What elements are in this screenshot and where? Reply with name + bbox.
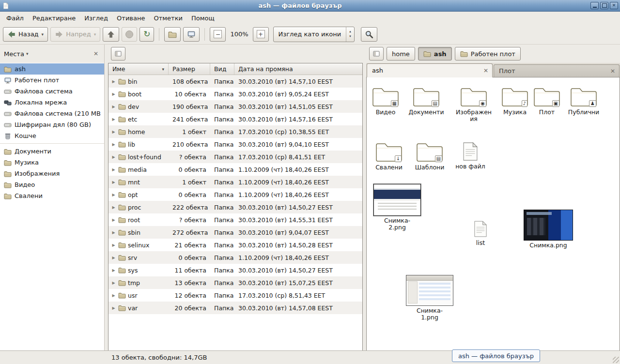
view-mode-select[interactable]: Изглед като икони ▴▾ bbox=[273, 27, 355, 42]
table-row[interactable]: ▶ etc 241 обекта Папка 30.03.2010 (вт) 1… bbox=[108, 113, 362, 125]
pane-splitter[interactable] bbox=[105, 45, 108, 350]
titlebar[interactable]: ash — файлов браузър ✕ bbox=[0, 0, 620, 12]
menu-edit[interactable]: Редактиране bbox=[28, 13, 80, 23]
table-row[interactable]: ▶ boot 10 обекта Папка 30.03.2010 (вт) 9… bbox=[108, 88, 362, 100]
zoom-out-button[interactable]: − bbox=[210, 27, 226, 42]
expander-icon[interactable]: ▶ bbox=[111, 193, 116, 197]
back-button[interactable]: Назад ▾ bbox=[3, 27, 48, 42]
sidebar-close-button[interactable]: ✕ bbox=[92, 50, 100, 58]
tab-close-icon[interactable]: ✕ bbox=[481, 67, 490, 75]
table-row[interactable]: ▶ opt 0 обекта Папка 1.10.2009 (чт) 18,4… bbox=[108, 188, 362, 201]
file-item-documents[interactable]: ▤ Документи bbox=[407, 84, 445, 116]
column-header-size[interactable]: Размер bbox=[169, 63, 210, 75]
pathbar-root-button[interactable] bbox=[111, 47, 125, 61]
pathbar-item-ash[interactable]: ash bbox=[418, 47, 452, 61]
column-header-name[interactable]: Име ▾ bbox=[108, 63, 169, 75]
table-row[interactable]: ▶ var 20 обекта Папка 30.03.2010 (вт) 14… bbox=[108, 302, 362, 314]
pathbar-item-home[interactable]: home bbox=[387, 47, 415, 61]
table-row[interactable]: ▶ root ? обекта Папка 30.03.2010 (вт) 14… bbox=[108, 213, 362, 226]
forward-button[interactable]: Напред ▾ bbox=[50, 27, 100, 42]
sidebar-item[interactable]: Шифриран дял (80 GB) bbox=[0, 119, 104, 130]
file-item-snimka1[interactable]: Снимка-1.png bbox=[405, 275, 454, 321]
table-row[interactable]: ▶ usr 12 обекта Папка 17.03.2010 (ср) 8,… bbox=[108, 289, 362, 302]
menu-go[interactable]: Отиване bbox=[112, 13, 149, 23]
maximize-button[interactable] bbox=[600, 2, 608, 9]
table-row[interactable]: ▶ tmp 13 обекта Папка 30.03.2010 (вт) 15… bbox=[108, 276, 362, 289]
sidebar-item[interactable]: Изображения bbox=[0, 168, 104, 179]
minimize-button[interactable] bbox=[590, 2, 599, 9]
expander-icon[interactable]: ▶ bbox=[111, 230, 116, 235]
zoom-in-button[interactable]: + bbox=[253, 27, 269, 42]
tab-ash[interactable]: ash ✕ bbox=[367, 63, 493, 77]
sidebar-item[interactable] bbox=[0, 141, 104, 146]
sidebar-item[interactable]: Музика bbox=[0, 157, 104, 168]
home-button[interactable] bbox=[164, 27, 181, 42]
reload-button[interactable]: ↻ bbox=[140, 27, 154, 42]
menu-view[interactable]: Изглед bbox=[80, 13, 112, 23]
pathbar-item-desktop[interactable]: Работен плот bbox=[455, 47, 521, 61]
table-row[interactable]: ▶ bin 108 обекта Папка 30.03.2010 (вт) 1… bbox=[108, 75, 362, 88]
table-row[interactable]: ▶ home 1 обект Папка 17.03.2010 (ср) 10,… bbox=[108, 125, 362, 138]
file-item-music[interactable]: ♪ Музика bbox=[496, 84, 533, 116]
tab-close-icon[interactable]: ✕ bbox=[608, 67, 617, 75]
expander-icon[interactable]: ▶ bbox=[111, 142, 116, 147]
file-item-list[interactable]: list bbox=[465, 215, 496, 246]
file-item-templates[interactable]: ▤ Шаблони bbox=[411, 139, 449, 171]
sidebar-item[interactable]: Свалени bbox=[0, 190, 104, 201]
sidebar-item[interactable]: Кошче bbox=[0, 130, 104, 141]
expander-icon[interactable]: ▶ bbox=[111, 167, 116, 172]
pathbar-root-button[interactable] bbox=[369, 47, 384, 61]
expander-icon[interactable]: ▶ bbox=[111, 117, 116, 121]
sidebar-item[interactable]: Файлова система (210 MB) bbox=[0, 108, 104, 119]
expander-icon[interactable]: ▶ bbox=[111, 130, 116, 134]
table-row[interactable]: ▶ selinux 21 обекта Папка 30.03.2010 (вт… bbox=[108, 239, 362, 251]
table-row[interactable]: ▶ sbin 272 обекта Папка 30.03.2010 (вт) … bbox=[108, 226, 362, 239]
resize-grip[interactable] bbox=[613, 357, 619, 363]
expander-icon[interactable]: ▶ bbox=[111, 243, 116, 247]
table-row[interactable]: ▶ dev 190 обекта Папка 30.03.2010 (вт) 1… bbox=[108, 100, 362, 113]
up-button[interactable] bbox=[103, 27, 119, 42]
expander-icon[interactable]: ▶ bbox=[111, 180, 116, 184]
sidebar-item[interactable]: Локална мрежа bbox=[0, 97, 104, 108]
table-row[interactable]: ▶ lib 210 обекта Папка 30.03.2010 (вт) 9… bbox=[108, 138, 362, 151]
tab-plot[interactable]: Плот ✕ bbox=[494, 64, 620, 77]
expander-icon[interactable]: ▶ bbox=[111, 155, 116, 159]
file-item-snimka[interactable]: Снимка.png bbox=[523, 210, 574, 249]
expander-icon[interactable]: ▶ bbox=[111, 268, 116, 273]
sidebar-item[interactable]: Видео bbox=[0, 179, 104, 190]
sidebar-item[interactable]: Файлова система bbox=[0, 86, 104, 97]
menu-file[interactable]: Файл bbox=[2, 13, 28, 23]
expander-icon[interactable]: ▶ bbox=[111, 281, 116, 285]
sidebar-title[interactable]: Места bbox=[4, 50, 24, 58]
search-button[interactable] bbox=[361, 27, 377, 42]
file-item-pictures[interactable]: ◉ Изображения bbox=[454, 84, 494, 123]
expander-icon[interactable]: ▶ bbox=[111, 205, 116, 210]
expander-icon[interactable]: ▶ bbox=[111, 92, 116, 96]
expander-icon[interactable]: ▶ bbox=[111, 256, 116, 260]
column-header-date[interactable]: Дата на промяна bbox=[234, 63, 362, 75]
menu-bookmarks[interactable]: Отметки bbox=[149, 13, 186, 23]
close-button[interactable]: ✕ bbox=[610, 2, 618, 9]
table-row[interactable]: ▶ mnt 1 обект Папка 1.10.2009 (чт) 18,40… bbox=[108, 176, 362, 188]
expander-icon[interactable]: ▶ bbox=[111, 293, 116, 298]
sidebar-item[interactable]: Документи bbox=[0, 146, 104, 157]
file-item-video[interactable]: ▦ Видео bbox=[367, 84, 404, 116]
expander-icon[interactable]: ▶ bbox=[111, 79, 116, 84]
file-item-new-file[interactable]: нов файл bbox=[452, 138, 489, 170]
column-header-type[interactable]: Вид bbox=[210, 63, 234, 75]
expander-icon[interactable]: ▶ bbox=[111, 306, 116, 310]
sidebar-item[interactable]: ash bbox=[0, 63, 104, 75]
expander-icon[interactable]: ▶ bbox=[111, 218, 116, 222]
table-row[interactable]: ▶ sys 11 обекта Папка 30.03.2010 (вт) 14… bbox=[108, 264, 362, 276]
file-item-plot[interactable]: ▣ Плот bbox=[531, 84, 562, 116]
sidebar-item[interactable]: Работен плот bbox=[0, 75, 104, 86]
icon-view[interactable]: ▦ Видео ▤ Документи ◉ Изображения ♪ Музи… bbox=[366, 77, 620, 350]
file-item-downloads[interactable]: ↓ Свалени bbox=[370, 139, 408, 171]
file-item-snimka2[interactable]: Снимка-2.png bbox=[373, 184, 421, 231]
file-item-public[interactable]: ♟ Публични bbox=[565, 84, 602, 116]
table-row[interactable]: ▶ proc 222 обекта Папка 30.03.2010 (вт) … bbox=[108, 201, 362, 213]
computer-button[interactable] bbox=[183, 27, 200, 42]
menu-help[interactable]: Помощ bbox=[187, 13, 219, 23]
table-row[interactable]: ▶ lost+found ? обекта Папка 17.03.2010 (… bbox=[108, 151, 362, 163]
expander-icon[interactable]: ▶ bbox=[111, 105, 116, 109]
